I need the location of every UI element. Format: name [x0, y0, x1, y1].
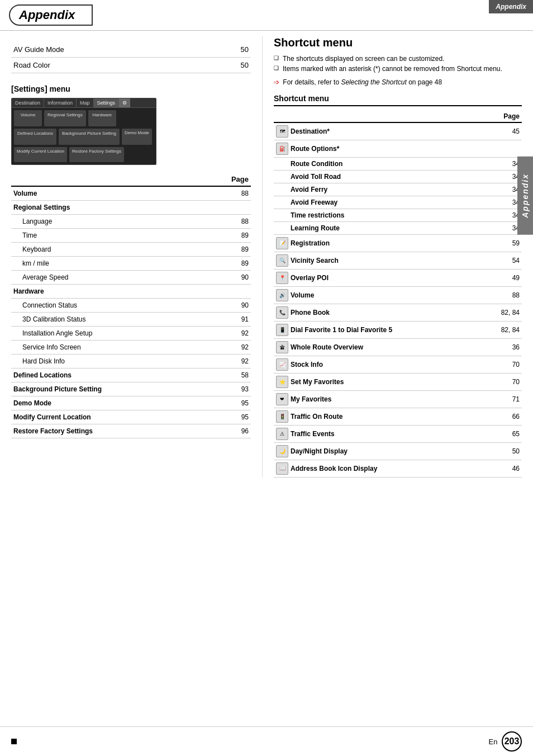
appendix-side-tab: Appendix: [517, 157, 533, 235]
settings-row: Modify Current Location95: [11, 410, 251, 424]
main-content: AV Guide Mode50Road Color50 [Settings] m…: [0, 31, 533, 483]
nav-body: Volume Regional Settings Hardware Define…: [12, 108, 156, 164]
shortcut-row: Avoid Toll Road34: [274, 171, 522, 183]
shortcut-row: Learning Route34: [274, 222, 522, 235]
note-prefix: For details, refer to: [283, 78, 341, 86]
myfav-icon: ❤: [276, 393, 288, 405]
shortcut-item-page: 34: [477, 183, 522, 196]
settings-row: Defined Locations58: [11, 368, 251, 382]
shortcut-item-label: Learning Route: [274, 222, 477, 235]
shortcut-col-label: [274, 111, 477, 122]
settings-col-page: Page: [205, 173, 251, 186]
settings-item-label: Connection Status: [11, 299, 205, 313]
left-column: AV Guide Mode50Road Color50 [Settings] m…: [0, 36, 263, 478]
settings-item-page: 91: [205, 313, 251, 327]
settings-item-label: Background Picture Setting: [11, 382, 205, 396]
vicinity-icon: 🔍: [276, 254, 288, 267]
settings-col-label: [11, 173, 205, 186]
route-ov-icon: 🛣: [276, 341, 288, 353]
shortcut-row: ⚠ Traffic Events65: [274, 426, 522, 443]
overlay-icon: 📍: [276, 272, 288, 284]
shortcut-item-page: 34: [477, 209, 522, 222]
top-entry-row: AV Guide Mode50: [11, 42, 251, 58]
settings-item-page: 90: [205, 271, 251, 285]
settings-item-label: 3D Calibration Status: [11, 313, 205, 327]
nav-item-background: Background Picture Setting: [59, 129, 120, 145]
appendix-tag: Appendix: [489, 0, 533, 13]
top-entry-label: AV Guide Mode: [11, 42, 207, 58]
settings-row: Hardware: [11, 285, 251, 299]
shortcut-item-page: 36: [477, 339, 522, 356]
shortcut-item-label: 🔊 Volume: [274, 287, 477, 304]
settings-item-page: 89: [205, 243, 251, 257]
settings-item-label: Volume: [11, 186, 205, 201]
shortcut-bullet: Items marked with an asterisk (*) cannot…: [274, 65, 522, 73]
shortcut-row: Route Condition34: [274, 158, 522, 171]
settings-item-label: Service Info Screen: [11, 341, 205, 355]
nav-item-regional: Regional Settings: [44, 110, 86, 126]
shortcut-item-label: 🛣 Whole Route Overview: [274, 339, 477, 356]
shortcut-item-page: 34: [477, 196, 522, 209]
settings-item-label: Installation Angle Setup: [11, 327, 205, 341]
shortcut-item-label: Time restrictions: [274, 209, 477, 222]
shortcut-row: 🔍 Vicinity Search54: [274, 252, 522, 270]
settings-item-label: Defined Locations: [11, 368, 205, 382]
reg-icon: 📝: [276, 237, 288, 249]
page-title: Appendix: [9, 4, 93, 26]
shortcut-row: 📞 Phone Book82, 84: [274, 304, 522, 322]
shortcut-item-page: 49: [477, 270, 522, 287]
phone-icon: 📞: [276, 306, 288, 319]
settings-item-page: [205, 285, 251, 299]
shortcut-item-label: ❤ My Favorites: [274, 391, 477, 408]
settings-item-page: [205, 201, 251, 215]
settings-row: Language88: [11, 215, 251, 229]
settings-item-label: Regional Settings: [11, 201, 205, 215]
shortcut-item-page: 88: [477, 287, 522, 304]
tag-text: Appendix: [496, 3, 526, 11]
top-entries-table: AV Guide Mode50Road Color50: [11, 42, 251, 73]
shortcut-item-label: 📈 Stock Info: [274, 356, 477, 374]
shortcut-item-page: 66: [477, 408, 522, 426]
page-number: 203: [502, 731, 522, 752]
settings-row: Average Speed90: [11, 271, 251, 285]
settings-item-page: 88: [205, 186, 251, 201]
nav-item-restore: Restore Factory Settings: [69, 147, 124, 162]
nav-tab-settings-icon: ⚙: [119, 98, 130, 107]
shortcut-row: Avoid Freeway34: [274, 196, 522, 209]
settings-item-page: 96: [205, 424, 251, 438]
shortcut-item-label: 📞 Phone Book: [274, 304, 477, 322]
bottom-square: [11, 738, 17, 746]
settings-row: Background Picture Setting93: [11, 382, 251, 396]
shortcut-row: 📖 Address Book Icon Display46: [274, 460, 522, 478]
settings-row: Keyboard89: [11, 243, 251, 257]
shortcut-item-label: 🌙 Day/Night Display: [274, 443, 477, 460]
top-entry-page: 50: [207, 42, 251, 58]
settings-item-label: Hardware: [11, 285, 205, 299]
shortcut-main-title: Shortcut menu: [274, 36, 522, 49]
shortcut-item-page: 70: [477, 356, 522, 374]
daynight-icon: 🌙: [276, 445, 288, 457]
shortcut-row: 📱 Dial Favorite 1 to Dial Favorite 582, …: [274, 322, 522, 339]
shortcut-table: Page 🗺 Destination*45⛽ Route Options*Rou…: [274, 111, 522, 478]
shortcut-item-label: 📍 Overlay POI: [274, 270, 477, 287]
shortcut-row: ⛽ Route Options*: [274, 140, 522, 158]
settings-item-page: 93: [205, 382, 251, 396]
shortcut-row: Avoid Ferry34: [274, 183, 522, 196]
shortcut-item-label: Avoid Toll Road: [274, 171, 477, 183]
nav-tab-bar: Destination Information Map Settings ⚙: [12, 98, 156, 108]
settings-item-label: Demo Mode: [11, 396, 205, 410]
shortcut-item-page: 34: [477, 158, 522, 171]
shortcut-item-page: 46: [477, 460, 522, 478]
shortcut-item-label: Route Condition: [274, 158, 477, 171]
shortcut-item-page: 82, 84: [477, 322, 522, 339]
route-icon: ⛽: [276, 143, 288, 155]
shortcut-bullet: The shortcuts displayed on screen can be…: [274, 55, 522, 63]
shortcut-item-label: ⭐ Set My Favorites: [274, 374, 477, 391]
volume-icon: 🔊: [276, 289, 288, 301]
settings-row: 3D Calibration Status91: [11, 313, 251, 327]
shortcut-item-page: 50: [477, 443, 522, 460]
nav-item-defined: Defined Locations: [14, 129, 56, 145]
stock-icon: 📈: [276, 358, 288, 371]
right-column: Shortcut menu The shortcuts displayed on…: [263, 36, 533, 478]
top-entry-row: Road Color50: [11, 58, 251, 73]
